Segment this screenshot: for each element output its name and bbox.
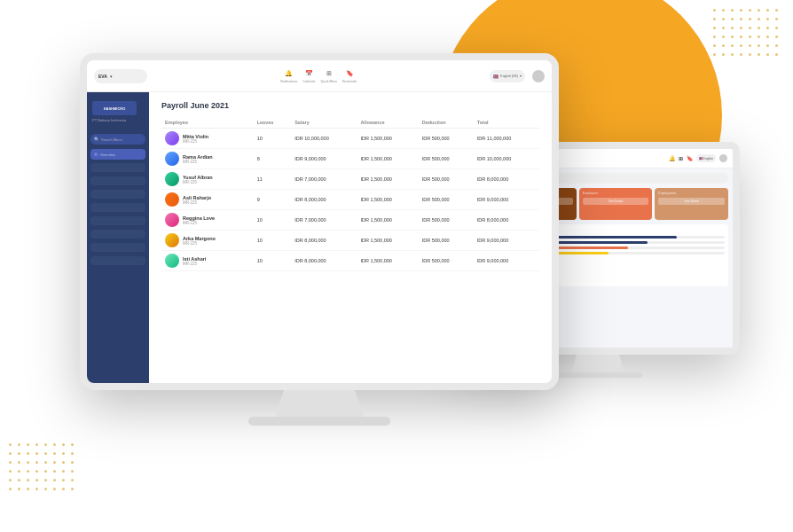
- sec-bookmark-icon: 🔖: [687, 155, 693, 161]
- notifications-nav-item[interactable]: 🔔 Notifications: [280, 68, 297, 83]
- leaves-cell-3: 9: [254, 190, 292, 210]
- allowance-cell-2: IDR 1,500,000: [357, 169, 418, 190]
- leaves-cell-2: 11: [254, 169, 292, 190]
- skill-bar-bg-2: [531, 241, 725, 244]
- leaves-cell-1: 8: [254, 149, 292, 169]
- employee-avatar-5: [165, 233, 179, 247]
- monitor-main: EVA ▾ 🔔 Notifications 📅 Calendar ⊞ Quick…: [80, 53, 559, 434]
- monitor-secondary-stand: [571, 355, 624, 372]
- employee-avatar-0: [165, 131, 179, 145]
- flag-icon: 🇬🇧: [493, 74, 499, 79]
- leaves-cell-6: 10: [254, 251, 292, 271]
- bookmark-nav-item[interactable]: 🔖 Bookmark: [342, 68, 357, 83]
- eva-selector[interactable]: EVA ▾: [94, 69, 147, 83]
- employee-cell-5: Arka Margono MR-225: [161, 231, 254, 251]
- deduction-cell-5: IDR 500,000: [419, 231, 474, 251]
- profile-avatar[interactable]: [532, 70, 545, 82]
- language-selector[interactable]: 🇬🇧 English (UK) ▾: [490, 70, 525, 82]
- nav-quickmenu-label: Quick Menu: [321, 80, 338, 83]
- employee-name-0: Mitta Violin: [183, 134, 208, 139]
- logo-text: HASHMICRO: [104, 106, 126, 111]
- col-employee: Employee: [161, 117, 254, 129]
- salary-cell-1: IDR 9,000,000: [291, 149, 357, 169]
- table-row[interactable]: Reggina Love MR-225 10IDR 7,000,000IDR 1…: [161, 210, 539, 231]
- company-name: PT Bahasa Indonesia: [92, 118, 144, 122]
- allowance-cell-1: IDR 1,500,000: [357, 149, 418, 169]
- page-title: Payroll June 2021: [161, 101, 539, 110]
- sec-lang-badge[interactable]: 🇬🇧 English: [696, 154, 716, 162]
- sidebar-search-placeholder: Search Menu: [101, 137, 122, 142]
- table-row[interactable]: Rama Ardian MR-225 8IDR 9,000,000IDR 1,5…: [161, 149, 539, 169]
- allowance-cell-6: IDR 1,500,000: [357, 251, 418, 271]
- table-row[interactable]: Isti Ashari MR-225 10IDR 8,000,000IDR 1,…: [161, 251, 539, 271]
- sec-avatar[interactable]: [719, 154, 727, 162]
- overview-label: Overview: [100, 153, 115, 157]
- table-row[interactable]: Arka Margono MR-225 10IDR 8,000,000IDR 1…: [161, 231, 539, 251]
- total-cell-3: IDR 9,000,000: [474, 190, 539, 210]
- nav-calendar-label: Calendar: [302, 80, 315, 83]
- sidebar: HASHMICRO PT Bahasa Indonesia 🔍 Search M…: [87, 92, 149, 383]
- grid-icon: ⊞: [323, 68, 335, 79]
- sidebar-menu-5: [90, 216, 145, 225]
- dot-pattern-tr: [713, 9, 784, 80]
- table-row[interactable]: Yusuf Albran MR-225 11IDR 7,000,000IDR 1…: [161, 169, 539, 190]
- col-deduction: Deduction: [419, 117, 474, 129]
- nav-notifications-label: Notifications: [280, 80, 297, 83]
- allowance-cell-3: IDR 1,500,000: [357, 190, 418, 210]
- total-cell-5: IDR 9,000,000: [474, 231, 539, 251]
- employee-name-4: Reggina Love: [183, 215, 215, 221]
- sidebar-logo-area: HASHMICRO PT Bahasa Indonesia: [90, 98, 145, 126]
- calendar-nav-item[interactable]: 📅 Calendar: [302, 68, 315, 83]
- sidebar-menu-2: [90, 176, 145, 185]
- employee-avatar-3: [165, 192, 179, 207]
- salary-cell-6: IDR 8,000,000: [291, 251, 357, 271]
- chevron-down-icon: ▾: [110, 74, 113, 79]
- sidebar-menu-8: [90, 256, 145, 265]
- sidebar-item-overview[interactable]: Overview: [90, 149, 145, 160]
- sidebar-logo: HASHMICRO: [92, 101, 137, 115]
- employee-id-1: MR-225: [183, 160, 213, 164]
- lang-chevron-icon: ▾: [520, 74, 522, 78]
- sec-card-3-btn-label: View Details: [684, 200, 698, 203]
- table-row[interactable]: Mitta Violin MR-225 10IDR 10,000,000IDR …: [161, 129, 539, 149]
- top-bar-right: 🇬🇧 English (UK) ▾: [490, 70, 545, 82]
- sec-bell-icon: 🔔: [669, 155, 675, 161]
- employee-name-1: Rama Ardian: [183, 154, 213, 160]
- sec-grid-icon: ⊞: [679, 155, 683, 161]
- total-cell-0: IDR 11,000,000: [474, 129, 539, 149]
- salary-cell-5: IDR 8,000,000: [291, 231, 357, 251]
- table-row[interactable]: Asli Raharjo MR-225 9IDR 8,000,000IDR 1,…: [161, 190, 539, 210]
- monitor-main-stand: [275, 390, 364, 417]
- sec-card-2-btn-label: View Details: [608, 200, 623, 203]
- allowance-cell-0: IDR 1,500,000: [357, 129, 418, 149]
- allowance-cell-5: IDR 1,500,000: [357, 231, 418, 251]
- deduction-cell-1: IDR 500,000: [419, 149, 474, 169]
- sec-card-3-btn[interactable]: View Details: [658, 198, 725, 205]
- deduction-cell-4: IDR 500,000: [419, 210, 474, 231]
- employee-cell-3: Asli Raharjo MR-225: [161, 190, 254, 210]
- skill-bar-bg-3: [531, 246, 725, 249]
- total-cell-2: IDR 8,000,000: [474, 169, 539, 190]
- total-cell-1: IDR 10,000,000: [474, 149, 539, 169]
- sec-card-2-btn[interactable]: View Details: [583, 198, 649, 205]
- leaves-cell-4: 10: [254, 210, 292, 231]
- calendar-icon: 📅: [302, 68, 315, 79]
- col-leaves: Leaves: [254, 117, 292, 129]
- sidebar-search[interactable]: 🔍 Search Menu: [90, 134, 145, 145]
- deduction-cell-2: IDR 500,000: [419, 169, 474, 190]
- deduction-cell-0: IDR 500,000: [419, 129, 474, 149]
- sidebar-menu-6: [90, 230, 145, 239]
- monitor-secondary-base: [554, 372, 642, 378]
- employee-cell-2: Yusuf Albran MR-225: [161, 169, 254, 190]
- bell-icon: 🔔: [283, 68, 295, 79]
- quickmenu-nav-item[interactable]: ⊞ Quick Menu: [321, 68, 338, 83]
- employee-avatar-1: [165, 152, 179, 166]
- eva-label: EVA: [98, 74, 107, 79]
- employee-id-4: MR-225: [183, 221, 215, 225]
- sidebar-menu-1: [90, 163, 145, 172]
- dot-pattern-bl: [9, 443, 80, 514]
- employee-cell-6: Isti Ashari MR-225: [161, 251, 254, 271]
- employee-cell-1: Rama Ardian MR-225: [161, 149, 254, 169]
- deduction-cell-3: IDR 500,000: [419, 190, 474, 210]
- sec-card-2-text: Employees: [583, 192, 649, 195]
